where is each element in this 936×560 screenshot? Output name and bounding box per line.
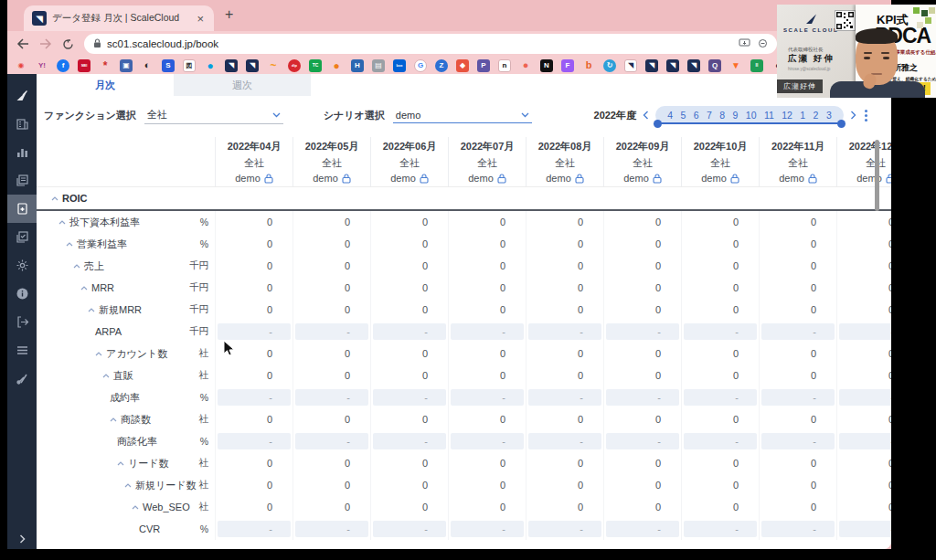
- value-cell[interactable]: 0: [526, 343, 603, 365]
- value-cell[interactable]: 0: [603, 452, 681, 474]
- value-cell[interactable]: 0: [448, 452, 526, 474]
- lock-icon[interactable]: [342, 174, 351, 184]
- period-menu-icon[interactable]: [863, 108, 869, 123]
- slider-handle-start[interactable]: [654, 120, 662, 128]
- back-icon[interactable]: [16, 38, 29, 49]
- value-cell[interactable]: -: [526, 430, 603, 452]
- value-cell[interactable]: -: [215, 518, 292, 540]
- value-cell[interactable]: 0: [215, 496, 292, 518]
- sidebar-item-organization[interactable]: [7, 110, 37, 138]
- value-cell[interactable]: 0: [448, 211, 526, 233]
- value-cell[interactable]: -: [215, 430, 292, 452]
- value-cell[interactable]: 0: [681, 343, 759, 365]
- value-cell[interactable]: -: [526, 518, 603, 540]
- value-cell[interactable]: 0: [292, 211, 370, 233]
- value-cell[interactable]: -: [836, 430, 891, 452]
- value-cell[interactable]: 0: [681, 277, 759, 299]
- period-month-button[interactable]: 1: [800, 110, 805, 121]
- row-label-cell[interactable]: ARPA千円: [37, 321, 215, 343]
- value-cell[interactable]: 0: [292, 365, 370, 386]
- value-cell[interactable]: 0: [759, 452, 836, 474]
- collapse-icon[interactable]: [80, 286, 88, 291]
- value-cell[interactable]: -: [292, 518, 370, 540]
- value-cell[interactable]: 0: [526, 211, 603, 233]
- sidebar-item-analytics[interactable]: [7, 138, 37, 166]
- value-cell[interactable]: 0: [603, 408, 681, 430]
- value-cell[interactable]: 0: [370, 277, 448, 299]
- value-cell[interactable]: -: [681, 430, 759, 452]
- lock-icon[interactable]: [886, 174, 891, 184]
- value-cell[interactable]: -: [526, 321, 603, 343]
- value-cell[interactable]: -: [292, 321, 370, 343]
- value-cell[interactable]: 0: [292, 474, 370, 496]
- collapse-icon[interactable]: [102, 374, 110, 378]
- value-cell[interactable]: -: [292, 386, 370, 408]
- period-month-button[interactable]: 12: [782, 110, 792, 121]
- green-sq-bookmark-icon[interactable]: II: [750, 59, 763, 72]
- lock-icon[interactable]: [808, 174, 817, 184]
- sidebar-item-menu[interactable]: [7, 336, 37, 365]
- value-cell[interactable]: 0: [448, 233, 526, 255]
- scalecloud-6-bookmark-icon[interactable]: ◥: [687, 59, 700, 72]
- value-cell[interactable]: 0: [603, 343, 681, 365]
- collapse-icon[interactable]: [132, 505, 139, 510]
- row-label-cell[interactable]: リード数社: [37, 452, 215, 474]
- period-month-button[interactable]: 9: [733, 110, 739, 121]
- value-cell[interactable]: 0: [603, 299, 681, 321]
- value-cell[interactable]: 0: [526, 496, 603, 518]
- value-cell[interactable]: 0: [681, 211, 759, 233]
- value-cell[interactable]: 0: [603, 496, 681, 518]
- value-cell[interactable]: -: [759, 518, 836, 540]
- zu-bookmark-icon[interactable]: 図: [183, 59, 196, 72]
- purple-sq-bookmark-icon[interactable]: Q: [708, 59, 721, 72]
- value-cell[interactable]: 0: [759, 365, 836, 386]
- notion-light-bookmark-icon[interactable]: n: [498, 59, 511, 72]
- value-cell[interactable]: 0: [370, 452, 448, 474]
- sidebar-item-tools[interactable]: [7, 365, 37, 393]
- value-cell[interactable]: 0: [681, 496, 759, 518]
- period-month-button[interactable]: 11: [764, 110, 774, 121]
- value-cell[interactable]: 0: [215, 255, 292, 277]
- value-cell[interactable]: 0: [836, 343, 891, 365]
- value-cell[interactable]: 0: [448, 365, 526, 386]
- value-cell[interactable]: 0: [526, 233, 603, 255]
- value-cell[interactable]: 0: [215, 277, 292, 299]
- install-app-icon[interactable]: [739, 36, 750, 52]
- value-cell[interactable]: 0: [370, 365, 448, 386]
- value-cell[interactable]: 0: [215, 299, 292, 321]
- value-cell[interactable]: 0: [215, 474, 292, 496]
- value-cell[interactable]: 0: [759, 299, 836, 321]
- value-cell[interactable]: 0: [836, 211, 891, 233]
- value-cell[interactable]: -: [681, 321, 759, 343]
- scenario-select[interactable]: demo: [393, 108, 532, 123]
- sync-bookmark-icon[interactable]: ↻: [603, 59, 616, 72]
- sidebar-item-info[interactable]: [7, 280, 37, 308]
- yahoo-bookmark-icon[interactable]: Y!: [36, 59, 48, 72]
- value-cell[interactable]: 0: [603, 211, 681, 233]
- value-cell[interactable]: 0: [215, 365, 292, 386]
- value-cell[interactable]: 0: [370, 299, 448, 321]
- period-month-button[interactable]: 3: [826, 110, 832, 121]
- value-cell[interactable]: 0: [215, 408, 292, 430]
- value-cell[interactable]: 0: [448, 408, 526, 430]
- collapse-icon[interactable]: [124, 483, 132, 488]
- sidebar-item-reports[interactable]: [7, 166, 37, 195]
- tab-close-icon[interactable]: ×: [195, 12, 206, 26]
- value-cell[interactable]: 0: [526, 299, 603, 321]
- value-cell[interactable]: 0: [759, 233, 836, 255]
- row-label-cell[interactable]: Web_SEO社: [37, 496, 215, 518]
- value-cell[interactable]: 0: [836, 277, 891, 299]
- maps-bookmark-icon[interactable]: ◉: [15, 59, 27, 72]
- value-cell[interactable]: 0: [215, 211, 292, 233]
- period-prev-icon[interactable]: [643, 107, 649, 123]
- sidebar-item-tasks[interactable]: [7, 223, 37, 251]
- value-cell[interactable]: -: [448, 518, 526, 540]
- value-cell[interactable]: 0: [603, 365, 681, 386]
- value-cell[interactable]: 0: [448, 496, 526, 518]
- value-cell[interactable]: 0: [759, 343, 836, 365]
- value-cell[interactable]: 0: [370, 343, 448, 365]
- value-cell[interactable]: -: [681, 518, 759, 540]
- value-cell[interactable]: 0: [370, 255, 448, 277]
- value-cell[interactable]: -: [759, 321, 836, 343]
- value-cell[interactable]: 0: [759, 211, 836, 233]
